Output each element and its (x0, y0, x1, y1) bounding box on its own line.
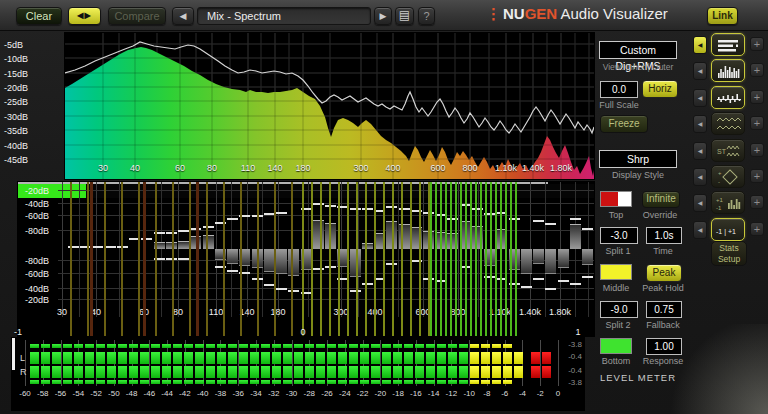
spectrum-display[interactable]: 304060801101401803004006008001.10k1.40k1… (65, 33, 594, 179)
correlation-tick (311, 184, 313, 198)
add-view-button[interactable]: + (750, 37, 764, 51)
meter-scale-label: -46 (144, 389, 156, 398)
view-collapse-tab[interactable]: ◀ (693, 194, 707, 212)
stats-setup-button[interactable]: StatsSetup (711, 241, 747, 266)
time-value[interactable]: 1.0s (646, 227, 682, 244)
peak-button[interactable]: Peak (646, 264, 682, 282)
meter-scale-label: -34 (250, 389, 262, 398)
meter-mode-select[interactable]: Custom Dig+RMS (599, 41, 677, 59)
horiz-button[interactable]: Horiz (642, 80, 678, 98)
split-db-tick-label: -40dB (25, 199, 49, 209)
view-collapse-tab[interactable]: ◀ (693, 62, 707, 80)
clear-button[interactable]: Clear (16, 7, 62, 25)
meter-segment (514, 366, 523, 378)
help-button[interactable]: ? (418, 7, 435, 25)
spectrum-freq-tick-label: 140 (267, 163, 282, 173)
middle-color-swatch[interactable] (600, 264, 632, 280)
spectrum-freq-tick-label: 80 (207, 163, 217, 173)
meter-segment (404, 352, 413, 364)
correlation-range-button[interactable]: -1 | +1 (711, 218, 745, 241)
stereo-waveform-button[interactable]: ST (711, 139, 745, 162)
meter-segment (129, 352, 138, 364)
correlation-tick (87, 184, 89, 198)
split-peak-dash (288, 290, 299, 292)
meter-segment (30, 352, 39, 364)
meter-segment (261, 380, 270, 384)
preset-prev-button[interactable]: ◀ (172, 7, 194, 25)
spectrum-freq-tick-label: 40 (130, 163, 140, 173)
meter-segment (30, 366, 39, 378)
fallback-value[interactable]: 0.75 (646, 301, 682, 318)
split-spectrum-display[interactable]: -20dB-40dB-60dB-80dB-80dB-60dB-40dB-20dB… (18, 182, 594, 336)
add-view-button[interactable]: + (750, 169, 764, 183)
add-view-button[interactable]: + (750, 222, 764, 236)
bottom-color-swatch[interactable] (600, 338, 632, 354)
compare-button[interactable]: Compare (108, 7, 166, 25)
meter-segment (393, 380, 402, 384)
split1-label: Split 1 (605, 246, 630, 256)
view-collapse-tab[interactable]: ◀ (693, 89, 707, 107)
infinite-button[interactable]: Infinite (642, 191, 680, 208)
correlation-tick (470, 184, 472, 198)
add-view-button[interactable]: + (750, 90, 764, 104)
meter-segment (426, 344, 435, 348)
split-spectrum-button[interactable] (711, 86, 745, 109)
ab-compare-toggle-icon[interactable]: ◀▶ (68, 7, 101, 25)
split-peak-dash (178, 258, 189, 260)
histogram-button[interactable] (711, 59, 745, 82)
correlation-tick (143, 184, 146, 198)
correlation-axis-label: 1 (575, 327, 580, 337)
view-collapse-tab[interactable]: ◀ (693, 115, 707, 133)
response-value[interactable]: 1.00 (646, 338, 682, 355)
peak-hold-label: Peak Hold (642, 283, 684, 293)
waveform-button[interactable] (711, 112, 745, 135)
add-view-button[interactable]: + (750, 195, 764, 209)
top-label: Top (609, 210, 624, 220)
meter-segment (305, 352, 314, 364)
meter-segment (239, 380, 248, 384)
view-collapse-tab[interactable]: ◀ (693, 221, 707, 239)
preset-display[interactable]: Mix - Spectrum (197, 7, 371, 25)
meter-segment (228, 352, 237, 364)
link-button[interactable]: Link (707, 7, 738, 25)
override-label: Override (643, 210, 678, 220)
meter-segment (294, 352, 303, 364)
freeze-button[interactable]: Freeze (600, 115, 648, 133)
fallback-label: Fallback (646, 320, 680, 330)
bottom-label: Bottom (602, 356, 631, 366)
view-mode-label[interactable]: View: Inner | Outer (597, 62, 679, 72)
display-style-select[interactable]: Shrp (599, 150, 677, 168)
view-collapse-tab[interactable]: ◀ (693, 168, 707, 186)
split-peak-dash (178, 230, 189, 232)
add-view-button[interactable]: + (750, 143, 764, 157)
split2-value[interactable]: -9.0 (600, 301, 638, 318)
correlation-tick (338, 184, 340, 198)
full-scale-value[interactable]: 0.0 (600, 81, 638, 98)
view-collapse-tab[interactable]: ◀ (693, 142, 707, 160)
split-bar-down (558, 249, 569, 268)
meter-segment (206, 366, 215, 378)
top-color-swatch[interactable] (600, 191, 632, 207)
waveform-icon (712, 113, 744, 134)
spectrum-db-tick-label: -40dB (4, 141, 28, 151)
meter-segment (261, 352, 270, 364)
spectrum-db-tick-label: -5dB (4, 40, 23, 50)
split-bar-up (570, 224, 581, 249)
preset-next-button[interactable]: ▶ (374, 7, 392, 25)
plusminus-bars-button[interactable]: +1-1 (711, 191, 745, 214)
split1-value[interactable]: -3.0 (600, 227, 638, 244)
levels-lines-button[interactable] (711, 33, 745, 56)
correlation-tick (460, 184, 462, 198)
preset-list-icon[interactable]: ▤ (395, 7, 414, 25)
view-collapse-tab[interactable]: ◀ (693, 36, 707, 54)
meter-segment (96, 380, 105, 384)
meter-segment (514, 352, 523, 364)
meter-segment (184, 380, 193, 384)
add-view-button[interactable]: + (750, 116, 764, 130)
meter-scale-label: -14 (428, 389, 440, 398)
view-selector-row: ◀+1-1+ (692, 191, 766, 215)
level-meter-display[interactable]: -60-58-56-54-52-50-48-46-44-42-40-38-36-… (12, 338, 584, 410)
vectorscope-button[interactable]: +- (711, 165, 745, 188)
add-view-button[interactable]: + (750, 63, 764, 77)
meter-readout: -3.8 (558, 378, 582, 387)
